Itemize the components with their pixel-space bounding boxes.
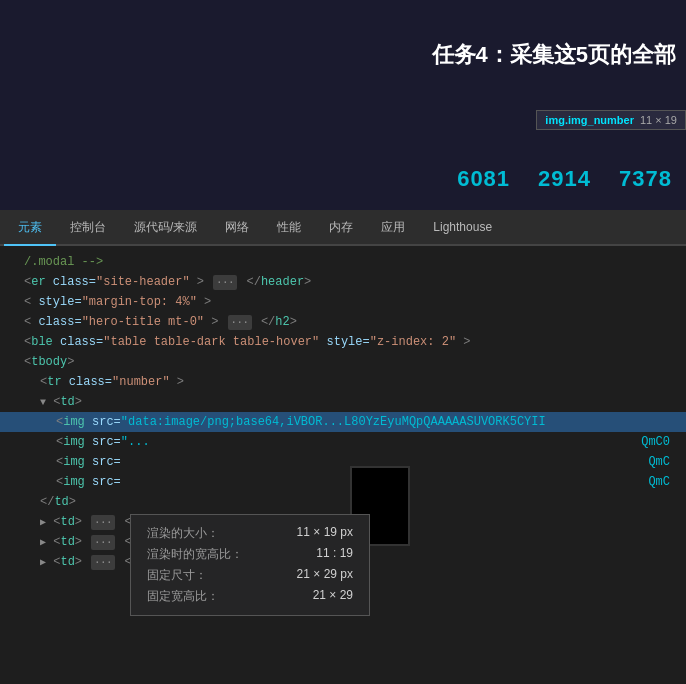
numbers-row: 6081 2914 7378: [443, 166, 686, 192]
top-bar: 任务4：采集这5页的全部 img.img_number 11 × 19 6081…: [0, 0, 686, 210]
tab-lighthouse[interactable]: Lighthouse: [419, 212, 506, 244]
tooltip-element-name: img.img_number: [545, 114, 634, 126]
code-line-12: <img src= QmC: [0, 472, 686, 492]
tab-elements[interactable]: 元素: [4, 211, 56, 246]
element-tooltip: img.img_number 11 × 19: [536, 110, 686, 130]
code-line-1: /.modal -->: [0, 252, 686, 272]
number-1: 6081: [443, 166, 524, 192]
code-line-2: <er class="site-header" > ··· </header>: [0, 272, 686, 292]
code-line-10: <img src="... QmC0: [0, 432, 686, 452]
tooltip-fixed-size: 固定尺寸： 21 × 29 px: [147, 565, 353, 586]
ellipsis-2[interactable]: ···: [228, 315, 252, 330]
tab-memory[interactable]: 内存: [315, 211, 367, 246]
number-2: 2914: [524, 166, 605, 192]
ellipsis-1[interactable]: ···: [213, 275, 237, 290]
code-line-13: </td>: [0, 492, 686, 512]
code-line-3: < style="margin-top: 4%" >: [0, 292, 686, 312]
tooltip-render-size: 渲染的大小： 11 × 19 px: [147, 523, 353, 544]
code-area: /.modal --> <er class="site-header" > ··…: [0, 246, 686, 684]
code-line-5: <ble class="table table-dark table-hover…: [0, 332, 686, 352]
code-line-9: <img src="data:image/png;base64,iVBOR...…: [0, 412, 686, 432]
tab-network[interactable]: 网络: [211, 211, 263, 246]
tooltip-render-ratio: 渲染时的宽高比： 11 : 19: [147, 544, 353, 565]
number-3: 7378: [605, 166, 686, 192]
code-line-7: <tr class="number" >: [0, 372, 686, 392]
ellipsis-5[interactable]: ···: [91, 555, 115, 570]
ellipsis-4[interactable]: ···: [91, 535, 115, 550]
tooltip-element-size: 11 × 19: [640, 114, 677, 126]
tab-application[interactable]: 应用: [367, 211, 419, 246]
tooltip-fixed-ratio: 固定宽高比： 21 × 29: [147, 586, 353, 607]
tab-sources[interactable]: 源代码/来源: [120, 211, 211, 246]
ellipsis-3[interactable]: ···: [91, 515, 115, 530]
task-title: 任务4：采集这5页的全部: [432, 10, 686, 70]
code-line-8: ▼ <td>: [0, 392, 686, 412]
tab-performance[interactable]: 性能: [263, 211, 315, 246]
code-line-11: <img src= QmC: [0, 452, 686, 472]
code-line-6: <tbody>: [0, 352, 686, 372]
tab-console[interactable]: 控制台: [56, 211, 120, 246]
code-line-4: < class="hero-title mt-0" > ··· </h2>: [0, 312, 686, 332]
image-info-tooltip: 渲染的大小： 11 × 19 px 渲染时的宽高比： 11 : 19 固定尺寸：…: [130, 514, 370, 616]
devtools-tab-bar: 元素 控制台 源代码/来源 网络 性能 内存 应用 Lighthouse: [0, 210, 686, 246]
